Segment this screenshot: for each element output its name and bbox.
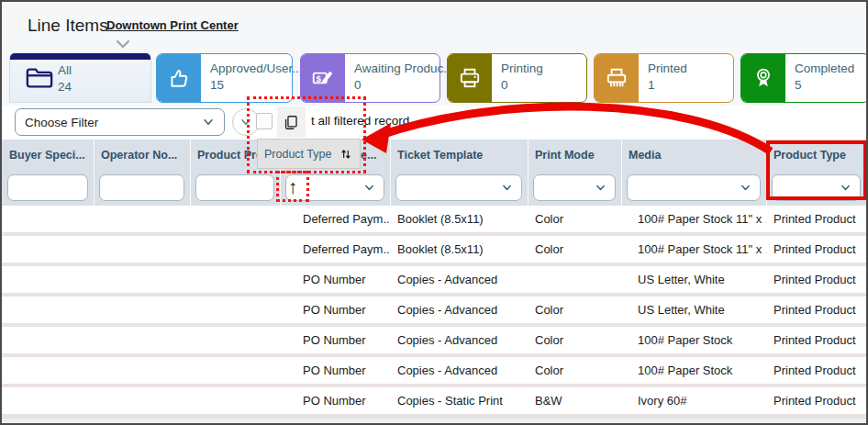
tab-all[interactable]: All 24	[9, 53, 151, 103]
select-all-checkbox[interactable]	[256, 113, 273, 129]
chevron-down-icon	[595, 182, 606, 194]
table-cell: PO Number	[280, 303, 390, 317]
table-cell: PO Number	[280, 394, 390, 408]
column-header-operator-no[interactable]: Operator No...	[94, 140, 190, 171]
column-header-buyer-speci[interactable]: Buyer Speci...	[2, 140, 94, 171]
table-cell: Copies - Static Print	[390, 394, 528, 408]
tab-awaiting-production[interactable]: $ Awaiting Produc... 0	[300, 53, 440, 103]
table-row[interactable]: PO NumberCopies - AdvancedColor100# Pape…	[2, 357, 866, 387]
table-cell: Deferred Paym...	[280, 212, 390, 226]
column-header-label: Media	[629, 149, 661, 162]
tab-printed[interactable]: Printed 1	[594, 53, 734, 103]
money-edit-icon: $	[301, 54, 345, 102]
filter-select-ticket-template[interactable]	[395, 174, 522, 201]
filter-cell	[94, 171, 190, 206]
table-cell: US Letter, White	[621, 303, 766, 317]
filter-cell	[190, 171, 280, 206]
drag-ghost-label: Product Type	[264, 148, 331, 161]
chevron-down-icon	[239, 116, 252, 129]
filter-select-e[interactable]	[285, 174, 384, 201]
table-cell: Copies - Advanced	[390, 273, 528, 286]
copy-icon	[277, 106, 306, 138]
table-cell: Printed Product	[766, 394, 866, 408]
bottom-strip	[2, 418, 866, 425]
filter-input-product-pro[interactable]	[195, 174, 274, 201]
column-header-ticket-template[interactable]: Ticket Template	[390, 140, 528, 171]
column-header-label: e...	[361, 149, 376, 162]
table-cell: Booklet (8.5x11)	[390, 212, 528, 226]
tab-label: Printed	[648, 61, 687, 77]
column-header-row: Buyer Speci...Operator No...Product Proe…	[2, 140, 866, 171]
table-cell: Printed Product	[766, 273, 866, 286]
column-header-product-type[interactable]: Product Type	[766, 140, 866, 171]
tab-label: Awaiting Produc...	[354, 61, 454, 77]
column-header-label: Operator No...	[101, 149, 177, 162]
table-body: Deferred Paym...Booklet (8.5x11)Color100…	[2, 206, 866, 418]
table-cell: 100# Paper Stock	[621, 363, 766, 377]
filter-select-product-type[interactable]	[772, 174, 861, 201]
table-cell: B&W	[528, 394, 621, 408]
column-header-label: Print Mode	[535, 149, 595, 162]
table-cell: Ivory 60#	[621, 394, 766, 408]
chevron-down-icon[interactable]	[116, 36, 130, 52]
tab-label: Completed	[795, 61, 854, 77]
table-cell: Copies - Advanced	[390, 303, 528, 317]
column-header-label: Product Pro	[197, 149, 263, 162]
column-header-label: Buyer Speci...	[9, 149, 85, 162]
filter-input-operator-no[interactable]	[99, 174, 184, 201]
select-all-label: t all filtered record.	[311, 114, 413, 128]
location-link[interactable]: Downtown Print Center	[106, 18, 239, 32]
column-header-media[interactable]: Media	[621, 140, 766, 171]
table-cell: Printed Product	[766, 303, 866, 317]
table-row[interactable]: PO NumberCopies - AdvancedColor100# Pape…	[2, 327, 866, 357]
table-cell: 100# Paper Stock	[621, 333, 766, 347]
column-header-print-mode[interactable]: Print Mode	[528, 140, 621, 171]
choose-filter-select[interactable]: Choose Filter	[15, 108, 225, 136]
choose-filter-label: Choose Filter	[25, 116, 98, 129]
table-cell: Color	[528, 242, 621, 256]
filter-input-buyer-speci[interactable]	[7, 174, 88, 201]
chevron-down-icon	[202, 116, 215, 129]
chevron-down-icon	[363, 182, 375, 194]
table-cell: 100# Paper Stock 11" x ...	[621, 242, 766, 256]
table-row[interactable]: PO NumberCopies - Static PrintB&WIvory 6…	[2, 387, 866, 418]
tab-label: All	[58, 62, 72, 79]
chevron-down-icon	[840, 182, 851, 194]
table-cell: Copies - Advanced	[390, 333, 528, 347]
table-cell: Printed Product	[766, 242, 866, 256]
filter-cell	[280, 171, 390, 206]
table-cell: Copies - Advanced	[390, 363, 528, 377]
filter-cell	[528, 171, 621, 206]
table-row[interactable]: Deferred Paym...Booklet (8.5x11)Color100…	[2, 236, 866, 266]
filter-select-media[interactable]	[627, 174, 761, 201]
table-row[interactable]: PO NumberCopies - AdvancedUS Letter, Whi…	[2, 266, 866, 296]
filter-cell	[621, 171, 766, 206]
printer-icon	[448, 54, 492, 102]
column-filter-row	[2, 171, 866, 206]
page-title: Line Items	[28, 16, 108, 36]
drag-ghost-product-type[interactable]: Product Type	[257, 139, 361, 169]
table-row[interactable]: Deferred Paym...Booklet (8.5x11)Color100…	[2, 206, 866, 236]
table-cell: Deferred Paym...	[280, 242, 390, 256]
tab-approved[interactable]: Approved/User... 15	[156, 53, 293, 103]
active-tab-indicator	[10, 53, 150, 60]
swap-vertical-icon	[339, 147, 353, 162]
svg-text:$: $	[316, 73, 321, 84]
table-cell: PO Number	[280, 273, 390, 286]
table-cell: US Letter, White	[621, 273, 766, 286]
table-cell: PO Number	[280, 363, 390, 377]
tab-count: 0	[354, 77, 454, 94]
tab-printing[interactable]: Printing 0	[447, 53, 587, 103]
top-bar: Line Items Downtown Print Center	[2, 2, 866, 52]
filter-select-print-mode[interactable]	[533, 174, 616, 201]
table-cell: Printed Product	[766, 212, 866, 226]
tab-completed[interactable]: Completed 5	[740, 53, 868, 103]
tab-count: 0	[501, 77, 543, 94]
chevron-down-icon	[740, 182, 751, 194]
filter-cell	[390, 171, 528, 206]
thumbs-up-icon	[157, 54, 201, 102]
table-row[interactable]: PO NumberCopies - AdvancedColorUS Letter…	[2, 296, 866, 327]
table-cell: PO Number	[280, 333, 390, 347]
award-ribbon-icon	[741, 54, 785, 102]
column-header-label: Product Type	[773, 149, 846, 162]
